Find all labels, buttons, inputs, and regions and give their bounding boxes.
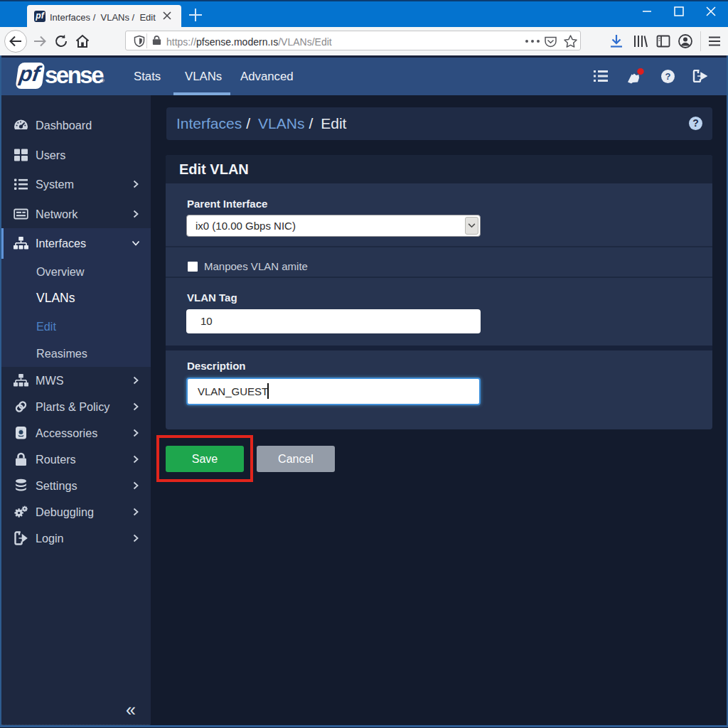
svg-text:?: ? [665,71,671,82]
